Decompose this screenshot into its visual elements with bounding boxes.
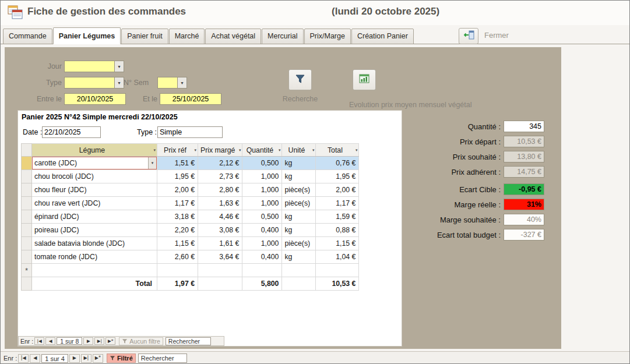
chevron-down-icon[interactable]: ▼ <box>114 77 124 89</box>
jour-combobox[interactable]: ▼ <box>64 61 124 72</box>
column-header-unite[interactable]: Unité▾ <box>282 144 316 157</box>
cell-legume[interactable]: chou rave vert (JDC) <box>32 197 157 210</box>
cell-prix-marge[interactable]: 1,63 € <box>198 197 242 210</box>
column-header-prix-marge[interactable]: Prix margé▾ <box>198 144 242 157</box>
column-header-legume[interactable]: Légume▾ <box>32 144 157 157</box>
cell-quantite[interactable]: 0,400 <box>242 250 282 264</box>
cell-unite[interactable]: kg <box>282 157 316 170</box>
next-record-button[interactable]: ▶ <box>83 337 93 345</box>
datasheet-search-input[interactable]: Rechercher <box>166 337 211 345</box>
date-fin-field[interactable]: 25/10/2025 <box>160 93 221 105</box>
cell-prix-ref[interactable]: 1,15 € <box>157 237 198 250</box>
tab-mercurial[interactable]: Mercurial <box>262 29 303 44</box>
cell-prix-ref[interactable] <box>157 264 198 277</box>
row-selector[interactable] <box>22 183 32 197</box>
cell-prix-marge[interactable]: 3,64 € <box>198 250 242 264</box>
cell-prix-ref[interactable]: 1,51 € <box>157 157 198 170</box>
cell-total[interactable] <box>316 264 359 277</box>
fermer-button[interactable] <box>459 28 478 44</box>
cell-prix-marge[interactable]: 3,08 € <box>198 224 242 237</box>
cell-quantite[interactable]: 1,000 <box>242 183 282 197</box>
last-record-button[interactable]: ▶| <box>81 354 91 363</box>
new-record-button[interactable]: ▶* <box>93 354 103 363</box>
column-filter-arrow-icon[interactable]: ▾ <box>356 148 358 153</box>
column-header-prix-ref[interactable]: Prix réf▾ <box>157 144 198 157</box>
tab-marche[interactable]: Marché <box>169 29 205 44</box>
chevron-down-icon[interactable]: ▼ <box>114 61 124 72</box>
cell-legume[interactable]: salade batavia blonde (JDC) <box>32 237 157 250</box>
cell-prix-ref[interactable]: 2,60 € <box>157 250 198 264</box>
filter-state-toggle[interactable]: Aucun filtre <box>119 337 163 345</box>
cell-prix-marge[interactable]: 2,12 € <box>198 157 242 170</box>
tab-panier-legumes[interactable]: Panier Légumes <box>53 27 121 44</box>
cell-unite[interactable]: kg <box>282 210 316 224</box>
cell-total[interactable]: 1,15 € <box>316 237 359 250</box>
main-search-input[interactable]: Rechercher <box>138 354 187 363</box>
column-header-total[interactable]: Total▾ <box>316 144 359 157</box>
cell-legume[interactable]: épinard (JDC) <box>32 210 157 224</box>
chevron-down-icon[interactable]: ▼ <box>177 77 187 89</box>
num-semaine-field[interactable] <box>157 77 177 89</box>
cell-prix-marge[interactable] <box>198 264 242 277</box>
column-filter-arrow-icon[interactable]: ▾ <box>312 148 315 153</box>
cell-prix-ref[interactable]: 3,18 € <box>157 210 198 224</box>
row-selector[interactable] <box>22 170 32 183</box>
type-filter-combobox[interactable]: ▼ <box>64 77 124 89</box>
recherche-button[interactable] <box>288 69 312 90</box>
cell-prix-ref[interactable]: 1,17 € <box>157 197 198 210</box>
row-selector[interactable] <box>22 197 32 210</box>
previous-record-button[interactable]: ◀ <box>45 337 55 345</box>
cell-quantite[interactable]: 0,400 <box>242 224 282 237</box>
cell-quantite[interactable]: 1,000 <box>242 170 282 183</box>
type-input[interactable]: Simple <box>157 126 223 138</box>
num-semaine-combobox[interactable]: ▼ <box>157 77 187 89</box>
cell-legume[interactable]: chou fleur (JDC) <box>32 183 157 197</box>
cell-unite[interactable]: pièce(s) <box>282 237 316 250</box>
new-record-button[interactable]: ▶* <box>105 337 115 345</box>
cell-quantite[interactable]: 1,000 <box>242 237 282 250</box>
tab-achat-vegetal[interactable]: Achat végétal <box>205 29 261 44</box>
cell-quantite[interactable]: 1,000 <box>242 197 282 210</box>
cell-total[interactable]: 2,00 € <box>316 183 359 197</box>
new-record-selector[interactable]: * <box>22 264 32 277</box>
summary-value-quantite[interactable]: 345 <box>504 121 544 132</box>
tab-prix-marge[interactable]: Prix/Marge <box>304 29 351 44</box>
jour-field[interactable] <box>64 61 114 72</box>
row-selector[interactable] <box>22 237 32 250</box>
last-record-button[interactable]: ▶| <box>94 337 104 345</box>
cell-legume[interactable]: chou brocoli (JDC) <box>32 170 157 183</box>
cell-prix-marge[interactable]: 1,61 € <box>198 237 242 250</box>
cell-prix-marge[interactable]: 4,46 € <box>198 210 242 224</box>
cell-prix-marge[interactable]: 2,80 € <box>198 183 242 197</box>
row-selector[interactable] <box>22 157 32 170</box>
first-record-button[interactable]: |◀ <box>34 337 44 345</box>
next-record-button[interactable]: ▶ <box>69 354 80 363</box>
date-debut-field[interactable]: 20/10/2025 <box>64 93 126 105</box>
cell-total[interactable]: 0,76 € <box>316 157 359 170</box>
first-record-button[interactable]: |◀ <box>18 354 29 363</box>
cell-total[interactable]: 1,04 € <box>316 250 359 264</box>
type-filter-field[interactable] <box>64 77 114 89</box>
cell-unite[interactable]: pièce(s) <box>282 183 316 197</box>
column-filter-arrow-icon[interactable]: ▾ <box>239 148 241 153</box>
cell-unite[interactable] <box>282 264 316 277</box>
tab-creation-panier[interactable]: Création Panier <box>351 29 414 44</box>
tab-panier-fruit[interactable]: Panier fruit <box>121 29 168 44</box>
record-position[interactable]: 1 sur 8 <box>57 337 82 345</box>
cell-quantite[interactable]: 0,500 <box>242 210 282 224</box>
cell-legume[interactable]: carotte (JDC)▾ <box>32 157 157 170</box>
cell-legume[interactable] <box>32 264 157 277</box>
cell-prix-ref[interactable]: 2,20 € <box>157 224 198 237</box>
cell-total[interactable]: 1,95 € <box>316 170 359 183</box>
cell-editor[interactable]: carotte (JDC)▾ <box>32 157 157 169</box>
cell-quantite[interactable]: 0,500 <box>242 157 282 170</box>
date-input[interactable]: 22/10/2025 <box>42 126 101 138</box>
cell-prix-marge[interactable]: 2,73 € <box>198 170 242 183</box>
cell-total[interactable]: 1,59 € <box>316 210 359 224</box>
cell-legume[interactable]: tomate ronde (JDC) <box>32 250 157 264</box>
cell-total[interactable]: 0,88 € <box>316 224 359 237</box>
column-header-quantite[interactable]: Quantité▾ <box>242 144 282 157</box>
cell-unite[interactable]: kg <box>282 224 316 237</box>
column-filter-arrow-icon[interactable]: ▾ <box>279 148 281 153</box>
cell-prix-ref[interactable]: 2,00 € <box>157 183 198 197</box>
